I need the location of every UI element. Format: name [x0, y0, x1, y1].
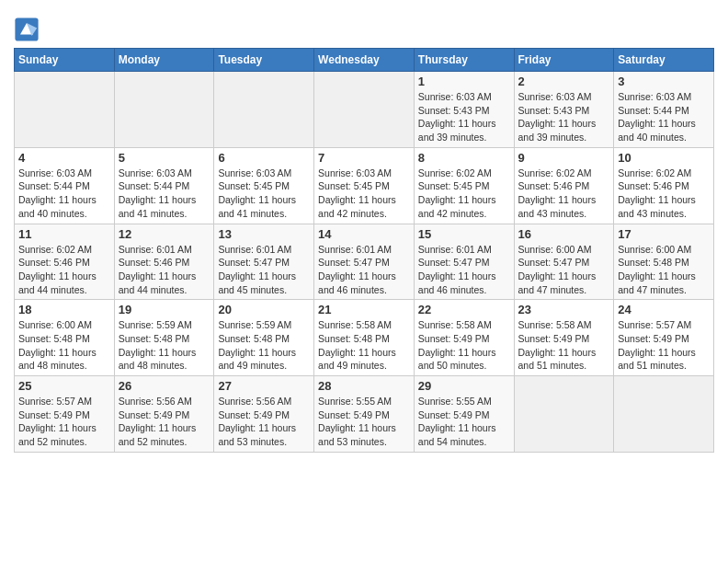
day-header-tuesday: Tuesday — [214, 49, 314, 72]
day-header-thursday: Thursday — [414, 49, 514, 72]
calendar-cell: 15Sunrise: 6:01 AM Sunset: 5:47 PM Dayli… — [414, 224, 514, 300]
calendar-cell: 23Sunrise: 5:58 AM Sunset: 5:49 PM Dayli… — [514, 300, 614, 376]
calendar-cell: 5Sunrise: 6:03 AM Sunset: 5:44 PM Daylig… — [114, 147, 214, 224]
day-number: 20 — [218, 303, 310, 316]
day-info: Sunrise: 6:02 AM Sunset: 5:45 PM Dayligh… — [418, 167, 510, 221]
day-header-sunday: Sunday — [15, 49, 115, 72]
calendar-cell — [514, 376, 614, 453]
day-info: Sunrise: 6:00 AM Sunset: 5:47 PM Dayligh… — [518, 243, 610, 297]
day-number: 11 — [18, 227, 110, 241]
day-info: Sunrise: 6:01 AM Sunset: 5:46 PM Dayligh… — [119, 243, 210, 297]
calendar-table: SundayMondayTuesdayWednesdayThursdayFrid… — [14, 48, 714, 453]
calendar-header-row: SundayMondayTuesdayWednesdayThursdayFrid… — [15, 49, 714, 72]
calendar-week-5: 25Sunrise: 5:57 AM Sunset: 5:49 PM Dayli… — [15, 376, 714, 453]
page-header — [14, 9, 714, 42]
calendar-cell — [314, 72, 415, 148]
day-info: Sunrise: 5:55 AM Sunset: 5:49 PM Dayligh… — [418, 395, 510, 449]
day-number: 6 — [218, 151, 310, 165]
day-info: Sunrise: 6:03 AM Sunset: 5:45 PM Dayligh… — [218, 167, 310, 221]
day-number: 3 — [618, 75, 710, 88]
day-info: Sunrise: 5:56 AM Sunset: 5:49 PM Dayligh… — [218, 395, 310, 449]
day-number: 22 — [418, 303, 510, 316]
day-info: Sunrise: 5:59 AM Sunset: 5:48 PM Dayligh… — [119, 318, 210, 373]
day-number: 26 — [119, 379, 210, 393]
day-number: 8 — [418, 151, 510, 165]
day-info: Sunrise: 6:00 AM Sunset: 5:48 PM Dayligh… — [18, 318, 110, 373]
calendar-cell: 11Sunrise: 6:02 AM Sunset: 5:46 PM Dayli… — [15, 224, 115, 300]
calendar-week-3: 11Sunrise: 6:02 AM Sunset: 5:46 PM Dayli… — [15, 224, 714, 300]
day-info: Sunrise: 6:03 AM Sunset: 5:44 PM Dayligh… — [618, 90, 710, 144]
day-number: 28 — [318, 379, 410, 393]
calendar-cell: 2Sunrise: 6:03 AM Sunset: 5:43 PM Daylig… — [514, 72, 614, 148]
day-number: 19 — [119, 303, 210, 316]
calendar-week-1: 1Sunrise: 6:03 AM Sunset: 5:43 PM Daylig… — [15, 72, 714, 148]
day-info: Sunrise: 5:58 AM Sunset: 5:48 PM Dayligh… — [318, 318, 410, 373]
day-info: Sunrise: 5:56 AM Sunset: 5:49 PM Dayligh… — [119, 395, 210, 449]
day-info: Sunrise: 6:02 AM Sunset: 5:46 PM Dayligh… — [518, 167, 610, 221]
calendar-cell: 13Sunrise: 6:01 AM Sunset: 5:47 PM Dayli… — [214, 224, 314, 300]
calendar-cell: 9Sunrise: 6:02 AM Sunset: 5:46 PM Daylig… — [514, 147, 614, 224]
calendar-cell: 3Sunrise: 6:03 AM Sunset: 5:44 PM Daylig… — [614, 72, 714, 148]
day-number: 13 — [218, 227, 310, 241]
calendar-cell: 16Sunrise: 6:00 AM Sunset: 5:47 PM Dayli… — [514, 224, 614, 300]
calendar-cell: 1Sunrise: 6:03 AM Sunset: 5:43 PM Daylig… — [414, 72, 514, 148]
day-number: 12 — [119, 227, 210, 241]
day-header-monday: Monday — [114, 49, 214, 72]
calendar-cell: 29Sunrise: 5:55 AM Sunset: 5:49 PM Dayli… — [414, 376, 514, 453]
day-number: 9 — [518, 151, 610, 165]
day-number: 29 — [418, 379, 510, 393]
calendar-cell — [214, 72, 314, 148]
day-number: 10 — [618, 151, 710, 165]
calendar-cell — [114, 72, 214, 148]
day-header-wednesday: Wednesday — [314, 49, 415, 72]
calendar-cell: 4Sunrise: 6:03 AM Sunset: 5:44 PM Daylig… — [15, 147, 115, 224]
day-info: Sunrise: 6:01 AM Sunset: 5:47 PM Dayligh… — [218, 243, 310, 297]
day-number: 5 — [119, 151, 210, 165]
day-number: 21 — [318, 303, 410, 316]
calendar-cell: 12Sunrise: 6:01 AM Sunset: 5:46 PM Dayli… — [114, 224, 214, 300]
calendar-cell: 18Sunrise: 6:00 AM Sunset: 5:48 PM Dayli… — [15, 300, 115, 376]
day-number: 23 — [518, 303, 610, 316]
day-info: Sunrise: 6:01 AM Sunset: 5:47 PM Dayligh… — [318, 243, 410, 297]
day-info: Sunrise: 6:01 AM Sunset: 5:47 PM Dayligh… — [418, 243, 510, 297]
day-number: 4 — [18, 151, 110, 165]
day-header-saturday: Saturday — [614, 49, 714, 72]
day-info: Sunrise: 6:03 AM Sunset: 5:43 PM Dayligh… — [418, 90, 510, 144]
day-number: 17 — [618, 227, 710, 241]
calendar-cell: 14Sunrise: 6:01 AM Sunset: 5:47 PM Dayli… — [314, 224, 415, 300]
calendar-cell: 19Sunrise: 5:59 AM Sunset: 5:48 PM Dayli… — [114, 300, 214, 376]
day-number: 24 — [618, 303, 710, 316]
logo — [14, 17, 41, 42]
calendar-week-4: 18Sunrise: 6:00 AM Sunset: 5:48 PM Dayli… — [15, 300, 714, 376]
day-info: Sunrise: 6:03 AM Sunset: 5:45 PM Dayligh… — [318, 167, 410, 221]
day-number: 25 — [18, 379, 110, 393]
day-info: Sunrise: 5:57 AM Sunset: 5:49 PM Dayligh… — [618, 318, 710, 373]
calendar-cell — [614, 376, 714, 453]
day-info: Sunrise: 6:03 AM Sunset: 5:44 PM Dayligh… — [18, 167, 110, 221]
calendar-cell: 6Sunrise: 6:03 AM Sunset: 5:45 PM Daylig… — [214, 147, 314, 224]
day-header-friday: Friday — [514, 49, 614, 72]
calendar-cell: 7Sunrise: 6:03 AM Sunset: 5:45 PM Daylig… — [314, 147, 415, 224]
calendar-cell: 26Sunrise: 5:56 AM Sunset: 5:49 PM Dayli… — [114, 376, 214, 453]
calendar-cell — [15, 72, 115, 148]
calendar-cell: 24Sunrise: 5:57 AM Sunset: 5:49 PM Dayli… — [614, 300, 714, 376]
day-info: Sunrise: 6:02 AM Sunset: 5:46 PM Dayligh… — [18, 243, 110, 297]
day-info: Sunrise: 6:03 AM Sunset: 5:43 PM Dayligh… — [518, 90, 610, 144]
calendar-cell: 25Sunrise: 5:57 AM Sunset: 5:49 PM Dayli… — [15, 376, 115, 453]
day-info: Sunrise: 6:00 AM Sunset: 5:48 PM Dayligh… — [618, 243, 710, 297]
day-info: Sunrise: 5:59 AM Sunset: 5:48 PM Dayligh… — [218, 318, 310, 373]
day-number: 7 — [318, 151, 410, 165]
logo-icon — [14, 17, 40, 42]
calendar-cell: 22Sunrise: 5:58 AM Sunset: 5:49 PM Dayli… — [414, 300, 514, 376]
day-number: 27 — [218, 379, 310, 393]
calendar-cell: 21Sunrise: 5:58 AM Sunset: 5:48 PM Dayli… — [314, 300, 415, 376]
day-number: 14 — [318, 227, 410, 241]
day-info: Sunrise: 6:02 AM Sunset: 5:46 PM Dayligh… — [618, 167, 710, 221]
day-number: 1 — [418, 75, 510, 88]
calendar-cell: 20Sunrise: 5:59 AM Sunset: 5:48 PM Dayli… — [214, 300, 314, 376]
day-info: Sunrise: 5:58 AM Sunset: 5:49 PM Dayligh… — [418, 318, 510, 373]
day-info: Sunrise: 5:55 AM Sunset: 5:49 PM Dayligh… — [318, 395, 410, 449]
day-number: 16 — [518, 227, 610, 241]
day-number: 18 — [18, 303, 110, 316]
calendar-cell: 10Sunrise: 6:02 AM Sunset: 5:46 PM Dayli… — [614, 147, 714, 224]
